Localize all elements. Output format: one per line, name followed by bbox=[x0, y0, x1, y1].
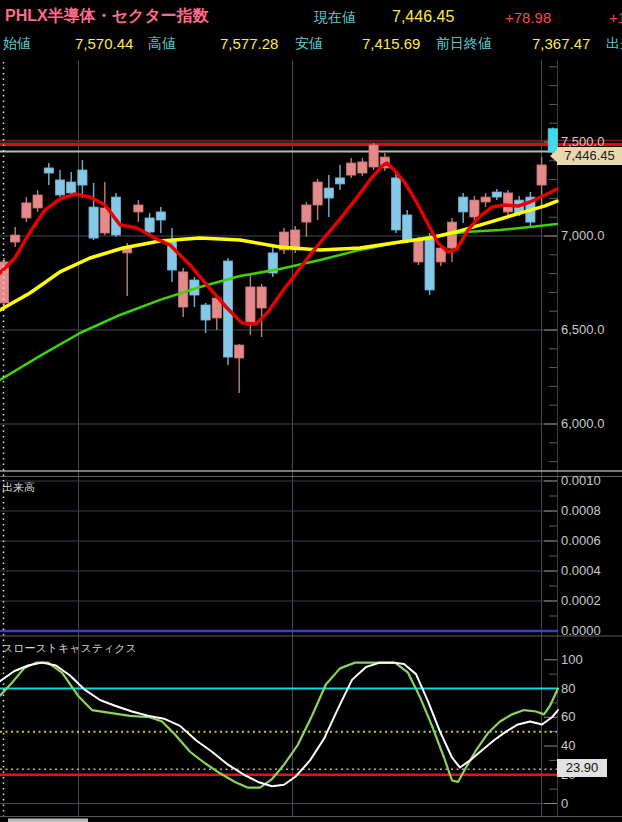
candle-body bbox=[403, 215, 412, 240]
candle-body bbox=[11, 235, 20, 242]
stoch-axis-label: 40 bbox=[561, 738, 575, 753]
candle-body bbox=[33, 195, 42, 208]
candle-body bbox=[425, 237, 434, 290]
candle-body bbox=[503, 193, 512, 212]
high-label: 高値 bbox=[148, 35, 176, 53]
chart-canvas[interactable]: 7,500.07,000.06,500.06,000.00.00100.0008… bbox=[0, 0, 622, 822]
price-axis-label: 7,000.0 bbox=[561, 228, 604, 243]
volume-axis-label: 0.0008 bbox=[561, 503, 601, 518]
candle-body bbox=[134, 205, 143, 212]
candle-body bbox=[235, 345, 244, 358]
candle-body bbox=[481, 197, 490, 202]
candle-body bbox=[302, 205, 311, 222]
stochastics-pane-title: スローストキャスティクス bbox=[2, 641, 137, 656]
candle-body bbox=[156, 212, 165, 220]
current-price-label: 現在値 bbox=[314, 9, 356, 27]
stoch-axis-label: 100 bbox=[561, 652, 583, 667]
candle-body bbox=[537, 165, 546, 185]
candle-body bbox=[459, 197, 468, 212]
candle-body bbox=[391, 178, 400, 230]
candle-body bbox=[324, 188, 333, 198]
candle-body bbox=[55, 180, 64, 195]
open-label: 始値 bbox=[3, 35, 31, 53]
high-value: 7,577.28 bbox=[220, 35, 278, 52]
candle-body bbox=[89, 207, 98, 238]
horizontal-scrollbar-thumb[interactable] bbox=[8, 819, 88, 822]
candle-body bbox=[67, 182, 76, 193]
candle-body bbox=[358, 162, 367, 173]
prev-close-value: 7,367.47 bbox=[532, 35, 590, 52]
change-value: +78.98 bbox=[505, 9, 551, 26]
stoch-d-line bbox=[0, 663, 558, 787]
current-price-value: 7,446.45 bbox=[392, 8, 454, 26]
prev-close-label: 前日終値 bbox=[436, 35, 492, 53]
candle-body bbox=[22, 203, 31, 218]
stoch-axis-label: 60 bbox=[561, 709, 575, 724]
open-value: 7,570.44 bbox=[75, 35, 133, 52]
volume-axis-label: 0.0006 bbox=[561, 533, 601, 548]
stoch-axis-label: 0 bbox=[561, 796, 568, 811]
current-price-callout: 7,446.45 bbox=[557, 147, 622, 165]
candle-body bbox=[414, 240, 423, 262]
low-value: 7,415.69 bbox=[362, 35, 420, 52]
candle-body bbox=[246, 287, 255, 325]
stoch-axis-label: 80 bbox=[561, 681, 575, 696]
volume-label-truncated: 出来 bbox=[606, 35, 622, 53]
candle-body bbox=[179, 272, 188, 307]
price-axis-label: 6,500.0 bbox=[561, 322, 604, 337]
volume-pane-title: 出来高 bbox=[2, 480, 35, 495]
candle-body bbox=[145, 218, 154, 232]
volume-axis-label: 0.0004 bbox=[561, 563, 601, 578]
candle-body bbox=[369, 145, 378, 167]
chart-window: 7,500.07,000.06,500.06,000.00.00100.0008… bbox=[0, 0, 622, 822]
ma-short-red-line bbox=[0, 163, 557, 324]
candle-body bbox=[347, 163, 356, 175]
low-label: 安値 bbox=[295, 35, 323, 53]
candle-body bbox=[78, 170, 87, 185]
instrument-title: PHLX半導体・セクター指数 bbox=[5, 6, 209, 27]
candle-body bbox=[44, 168, 53, 173]
candle-body bbox=[335, 178, 344, 184]
stochastic-value-tag: 23.90 bbox=[557, 759, 607, 777]
candle-body bbox=[201, 305, 210, 320]
candle-body bbox=[313, 182, 322, 205]
price-axis-label: 6,000.0 bbox=[561, 416, 604, 431]
change-percent-truncated: +1 bbox=[609, 9, 622, 26]
volume-axis-label: 0.0010 bbox=[561, 473, 601, 488]
candle-body bbox=[470, 200, 479, 217]
candle-body bbox=[492, 192, 501, 197]
volume-axis-label: 0.0002 bbox=[561, 593, 601, 608]
candle-body bbox=[257, 287, 266, 308]
